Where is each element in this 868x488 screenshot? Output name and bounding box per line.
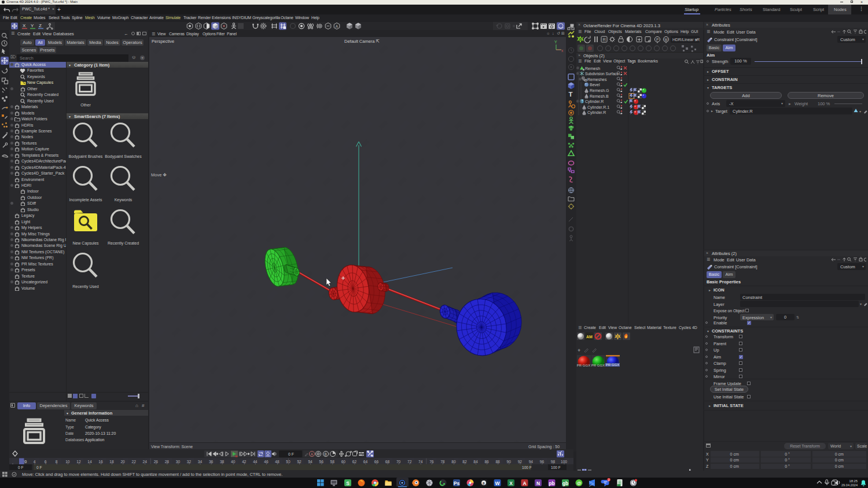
svg-text:86: 86 [484,460,489,464]
svg-text:90: 90 [507,460,512,464]
svg-text:0: 0 [25,460,27,464]
svg-text:M: M [664,38,667,42]
svg-text:88: 88 [495,460,500,464]
svg-text:Cylinder.R: Cylinder.R [587,110,606,115]
svg-text:▾: ▾ [696,38,697,42]
svg-text:X: X [509,480,513,486]
svg-text:0 F: 0 F [18,465,24,469]
svg-text:AM: AM [586,335,593,339]
svg-text:N: N [536,480,540,486]
svg-text:Remesh.B: Remesh.B [590,94,609,98]
svg-text:38: 38 [220,460,225,464]
svg-text:Bevel: Bevel [590,83,600,87]
svg-text:62: 62 [352,460,357,464]
svg-text:Z: Z [39,23,42,28]
svg-text:Remesh: Remesh [585,66,600,71]
svg-text:Ps: Ps [454,480,460,486]
svg-text:10: 10 [65,460,70,464]
svg-text:74: 74 [418,460,423,464]
svg-text:Subdivision Surface: Subdivision Surface [585,72,619,76]
svg-text:+: + [578,347,580,353]
svg-text:12: 12 [76,460,81,464]
svg-text:Y: Y [31,23,34,28]
svg-text:58: 58 [330,460,335,464]
svg-text:42: 42 [242,460,247,464]
svg-text:26: 26 [154,460,159,464]
svg-text:56: 56 [319,460,324,464]
svg-text:▾: ▾ [859,110,861,113]
svg-text:W: W [495,480,500,486]
svg-text:46: 46 [264,460,269,464]
svg-text:@: @ [577,480,581,486]
svg-text:34: 34 [198,460,203,464]
svg-text:76: 76 [429,460,434,464]
svg-text:R: R [602,37,606,42]
svg-text:6: 6 [45,460,47,464]
svg-text:S: S [346,480,350,486]
svg-text:100 F: 100 F [522,465,532,469]
svg-text:pb: pb [549,480,554,486]
svg-text:A: A [523,480,526,486]
svg-text:64: 64 [363,460,368,464]
svg-text:X: X [23,23,26,28]
svg-text:94: 94 [529,460,534,464]
svg-text:54: 54 [308,460,312,464]
svg-text:66: 66 [374,460,379,464]
svg-text:100: 100 [561,460,567,464]
svg-text:P: P [656,38,659,42]
svg-text:Cylinder.R.1: Cylinder.R.1 [587,105,609,110]
svg-text:Cylinder.R: Cylinder.R [585,99,604,104]
svg-text:18:25: 18:25 [849,479,858,483]
svg-text:A: A [336,24,339,28]
svg-text:0 F: 0 F [288,452,294,456]
svg-text:4: 4 [34,460,36,464]
svg-text:Remesh.G: Remesh.G [590,88,609,93]
svg-text:x: x [561,49,564,52]
svg-text:70: 70 [396,460,401,464]
svg-text:B: B [325,452,327,456]
svg-text:82: 82 [462,460,467,464]
svg-text:0 F: 0 F [36,465,42,469]
svg-text:92: 92 [518,460,523,464]
svg-text:18: 18 [109,460,114,464]
svg-text:Y: Y [554,40,557,44]
svg-text:Remeshes: Remeshes [587,77,607,82]
svg-text:98: 98 [551,460,556,464]
svg-text:30: 30 [176,460,181,464]
svg-text:68: 68 [385,460,390,464]
svg-text:36: 36 [209,460,214,464]
svg-text:24: 24 [143,460,148,464]
svg-text:80: 80 [451,460,456,464]
svg-text:32: 32 [187,460,192,464]
svg-text:16: 16 [98,460,103,464]
svg-text:T: T [569,91,573,98]
svg-text:44: 44 [253,460,258,464]
svg-text:40: 40 [231,460,236,464]
svg-text:100 F: 100 F [551,465,561,469]
svg-text:48: 48 [275,460,279,464]
svg-text:29.04.2024: 29.04.2024 [841,483,858,487]
svg-text:22: 22 [132,460,137,464]
svg-text:A: A [311,452,314,456]
svg-text:84: 84 [473,460,478,464]
svg-text:96: 96 [540,460,545,464]
svg-text:20: 20 [120,460,125,464]
svg-text:gb: gb [562,480,568,486]
svg-text:60: 60 [341,460,346,464]
svg-text:52: 52 [297,460,301,464]
svg-text:2: 2 [608,479,610,482]
svg-text:78: 78 [440,460,445,464]
svg-text:28: 28 [165,460,170,464]
svg-text:14: 14 [87,460,92,464]
svg-text:8: 8 [56,460,58,464]
svg-text:72: 72 [407,460,412,464]
